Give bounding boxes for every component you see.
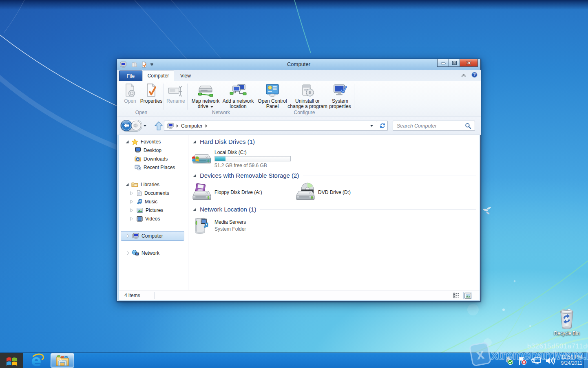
status-separator [154, 292, 155, 299]
expander-expanded-icon[interactable] [125, 183, 129, 187]
up-button[interactable] [155, 121, 163, 130]
search-icon[interactable] [465, 123, 471, 129]
item-local-disk[interactable]: Local Disk (C:) 51.2 GB free of 59.6 GB [192, 150, 294, 169]
expander-collapsed-icon[interactable] [130, 217, 134, 221]
help-icon[interactable]: ? [471, 72, 477, 78]
ribbon-button-label: Add a network [223, 98, 254, 104]
sidebar-item-videos[interactable]: Videos [130, 214, 160, 223]
windows-start-icon [6, 355, 18, 367]
sidebar-item-computer[interactable]: Computer [126, 231, 163, 240]
tab-view[interactable]: View [174, 71, 197, 81]
sidebar-item-music[interactable]: Music [130, 197, 157, 206]
tab-computer[interactable]: Computer [142, 71, 174, 81]
ribbon-properties-button[interactable]: Properties [139, 83, 164, 104]
taskbar-clock[interactable]: 12:59 PM 9/24/2011 [561, 354, 583, 366]
sidebar-item-network[interactable]: Network [126, 249, 159, 257]
expander-expanded-icon[interactable] [125, 140, 129, 144]
svg-text:e: e [31, 353, 41, 368]
ribbon-button-label: location [230, 104, 246, 109]
recycle-bin[interactable]: Recycle Bin [551, 308, 582, 336]
system-tray [504, 353, 555, 368]
details-view-button[interactable] [452, 292, 461, 299]
dropdown-arrow-icon [210, 106, 213, 108]
sidebar-item-pictures[interactable]: Pictures [130, 206, 163, 214]
qat-separator [156, 62, 156, 67]
refresh-button[interactable] [377, 121, 388, 131]
start-button[interactable] [0, 353, 23, 368]
section-expander-icon[interactable] [192, 174, 197, 178]
sidebar-item-label: Libraries [141, 182, 159, 187]
map-network-drive-icon [197, 84, 214, 97]
expander-collapsed-icon[interactable] [130, 191, 134, 195]
tab-file[interactable]: File [119, 71, 142, 81]
sidebar-item-downloads[interactable]: Downloads [135, 154, 168, 163]
recent-places-icon [135, 164, 141, 170]
show-desktop-button[interactable] [584, 353, 588, 368]
expander-collapsed-icon[interactable] [126, 251, 130, 255]
sidebar-item-documents[interactable]: Documents [130, 189, 169, 197]
breadcrumb-arrow-icon[interactable] [206, 124, 207, 128]
tray-volume-icon[interactable] [545, 356, 555, 365]
pictures-icon [137, 207, 143, 213]
qat-properties-icon[interactable] [141, 62, 147, 68]
thumbnail-view-button[interactable] [463, 292, 472, 299]
ribbon-rename-button: Rename [165, 83, 187, 104]
qat-new-folder-icon[interactable] [131, 62, 137, 68]
ribbon-map-network-drive-button[interactable]: Map network drive [188, 83, 223, 109]
breadcrumb-computer[interactable]: Computer [181, 123, 203, 129]
section-header-network[interactable]: Network Location (1) [192, 206, 476, 213]
item-media-servers[interactable]: Media Servers System Folder [192, 216, 294, 236]
section-header-removable[interactable]: Devices with Removable Storage (2) [192, 172, 476, 179]
network-icon [132, 250, 139, 256]
expander-collapsed-icon[interactable] [126, 234, 130, 238]
ribbon-group-separator [255, 84, 255, 110]
section-header-hdd[interactable]: Hard Disk Drives (1) [192, 138, 476, 145]
section-expander-icon[interactable] [192, 140, 197, 144]
ribbon-button-label: System [332, 98, 348, 104]
address-dropdown-icon[interactable] [370, 124, 374, 127]
forward-button[interactable] [131, 120, 141, 131]
breadcrumb-arrow-icon[interactable] [177, 124, 178, 128]
ribbon-system-properties-button[interactable]: Systemproperties [327, 83, 354, 109]
sidebar-item-recent-places[interactable]: Recent Places [135, 163, 175, 172]
expander-collapsed-icon[interactable] [130, 200, 134, 204]
minimize-ribbon-icon[interactable] [461, 73, 466, 77]
sidebar-item-libraries[interactable]: Libraries [125, 180, 159, 189]
qat-dropdown-icon[interactable] [150, 63, 154, 66]
recent-pages-dropdown[interactable] [143, 124, 147, 127]
local-disk-free-space: 51.2 GB free of 59.6 GB [214, 163, 267, 168]
sidebar-item-label: Favorites [141, 139, 161, 145]
item-floppy-drive[interactable]: Floppy Disk Drive (A:) [192, 183, 294, 202]
local-disk-icon [192, 150, 212, 168]
taskbar-internet-explorer[interactable]: e [29, 353, 46, 368]
ribbon-uninstall-button[interactable]: Uninstall orchange a program [288, 83, 327, 109]
local-disk-label: Local Disk (C:) [214, 150, 247, 155]
internet-explorer-icon: e [30, 353, 45, 368]
tray-network-icon[interactable] [531, 356, 542, 365]
ribbon-group-label-open: Open [119, 110, 164, 115]
ribbon-open-control-panel-button[interactable]: Open ControlPanel [256, 83, 288, 109]
section-expander-icon[interactable] [192, 207, 197, 212]
ribbon-button-label: Map network drive [192, 99, 220, 109]
sidebar-item-desktop[interactable]: Desktop [135, 146, 161, 154]
item-dvd-drive[interactable]: DVD DVD Drive (D:) [296, 183, 398, 202]
sidebar-item-favorites[interactable]: Favorites [125, 137, 161, 146]
ribbon-button-label: properties [329, 104, 351, 109]
tray-action-center-icon[interactable] [517, 356, 527, 365]
app-icon [120, 62, 127, 68]
search-box[interactable]: Search Computer [393, 121, 475, 131]
address-bar[interactable]: Computer [164, 121, 377, 131]
title-bar[interactable]: Computer [117, 59, 480, 70]
taskbar-explorer[interactable] [51, 353, 74, 368]
close-button[interactable] [460, 59, 478, 67]
tray-usb-icon[interactable] [504, 356, 514, 365]
sidebar-item-label: Recent Places [144, 165, 175, 170]
thumbnail-view-icon [464, 293, 471, 299]
media-servers-subtext: System Folder [214, 226, 246, 232]
expander-collapsed-icon[interactable] [130, 208, 134, 212]
sidebar-item-label: Desktop [144, 148, 161, 153]
ribbon-add-network-location-button[interactable]: Add a networklocation [222, 83, 254, 109]
maximize-button[interactable] [449, 59, 460, 67]
flower-sparkle [483, 207, 491, 215]
minimize-button[interactable] [437, 59, 449, 67]
